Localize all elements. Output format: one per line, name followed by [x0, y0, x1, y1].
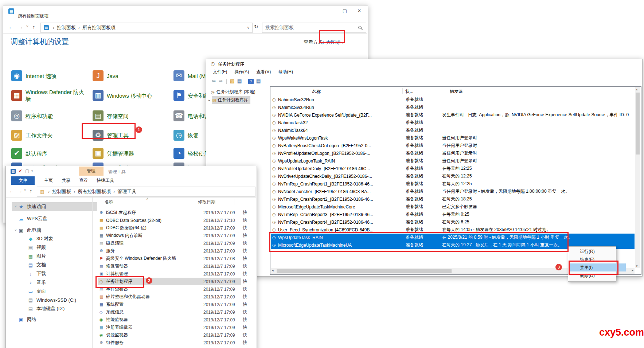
recent-dropdown-icon[interactable]: ˅	[24, 188, 26, 192]
vertical-scrollbar[interactable]: ▴ ▾	[635, 87, 640, 268]
file-row[interactable]: ◉资源监视器2019/12/7 17:09快	[98, 331, 262, 339]
file-row[interactable]: ▤事件查看器2019/12/7 17:09快	[98, 285, 262, 293]
scroll-right-icon[interactable]: ▸	[632, 269, 633, 272]
cp-item-storage-spaces-icon[interactable]: ▤存储空间	[93, 107, 175, 124]
task-row[interactable]: ◷NvDriverUpdateCheckDaily_{B2FE1952-0186…	[271, 172, 635, 180]
column-separator[interactable]	[196, 199, 196, 205]
task-row[interactable]: ◷NvProfileUpdaterDaily_{B2FE1952-0186-46…	[271, 165, 635, 172]
scrollbar-thumb[interactable]	[277, 269, 452, 273]
breadcrumb-item[interactable]: 所有控制面板项	[82, 25, 116, 30]
menu-item[interactable]: 查看(V)	[253, 68, 274, 76]
cp-item-programs-icon[interactable]: ◎程序和功能	[11, 107, 93, 124]
tab-快捷工具[interactable]: 快捷工具	[92, 176, 118, 185]
back-button[interactable]: ←	[9, 188, 15, 194]
task-row[interactable]: ◷NahimicTask32准备就绪	[271, 119, 635, 126]
sidebar-item-文档[interactable]: ▤文档	[12, 261, 97, 269]
qat-customize-dropdown-icon[interactable]: ▾	[31, 169, 33, 173]
context-menu-item-运行(R)[interactable]: 运行(R)	[569, 247, 626, 255]
task-row[interactable]: ◷NvNodeLauncher_{B2FE1952-0186-46C3-BA..…	[271, 188, 635, 195]
address-bar[interactable]: ▨ ›控制面板›所有控制面板项›管理工具	[37, 187, 255, 197]
sidebar-item-本地磁盘 (D:)[interactable]: ▤本地磁盘 (D:)	[12, 304, 97, 313]
sidebar-item-此电脑[interactable]: ˅▣此电脑	[12, 226, 97, 235]
file-row[interactable]: ◉性能监视器2019/12/7 17:09快	[98, 316, 262, 324]
cp-item-internet-options-icon[interactable]: ◉Internet 选项	[11, 67, 93, 84]
file-row[interactable]: ▦ODBC Data Sources (32-bit)2019/12/7 17:…	[98, 216, 262, 224]
file-row[interactable]: ▣计算机管理2019/12/7 17:09快	[98, 270, 262, 278]
cp-item-admin-tools-icon[interactable]: ⚙管理工具	[93, 127, 175, 144]
file-row[interactable]: ▤磁盘清理2019/12/7 17:09快	[98, 239, 262, 247]
breadcrumb-item[interactable]: 管理工具	[117, 189, 136, 194]
sidebar-item-图片[interactable]: ▦图片	[12, 252, 97, 261]
file-row[interactable]: ▦ODBC 数据源(64 位)2019/12/7 17:09快	[98, 224, 262, 232]
cp-item-firewall-icon[interactable]: ▦Windows Defender 防火墙	[11, 87, 93, 104]
sidebar-item-网络[interactable]: ▣网络	[12, 315, 97, 324]
sidebar-item-快速访问[interactable]: ˅★快速访问	[12, 202, 97, 211]
cp-item-mobility-center-icon[interactable]: ▥Windows 移动中心	[93, 87, 175, 104]
tab-主页[interactable]: 主页	[40, 176, 57, 185]
tree-expander-icon[interactable]: ˅	[13, 205, 18, 208]
scroll-up-icon[interactable]: ▴	[636, 87, 638, 91]
sidebar-item-视频[interactable]: ▤视频	[12, 243, 97, 252]
minimize-button[interactable]: —	[323, 5, 337, 16]
task-row[interactable]: ◷NvProfileUpdaterOnLogon_{B2FE1952-0186-…	[271, 149, 635, 157]
show-action-pane-icon[interactable]: ▦	[236, 78, 243, 84]
address-dropdown-icon[interactable]: ˅	[247, 26, 249, 30]
file-row[interactable]: ▦系统配置2019/12/7 17:09快	[98, 301, 262, 308]
export-list-icon[interactable]: ▦	[255, 78, 262, 84]
tab-查看[interactable]: 查看	[75, 176, 92, 185]
task-row[interactable]: ◷NahimicSvc64Run准备就绪	[271, 103, 635, 111]
menu-item[interactable]: 帮助(H)	[274, 68, 297, 76]
context-menu-item-禁用(I)[interactable]: 禁用(I)	[569, 263, 626, 271]
tree-item-scheduler-local[interactable]: ◷ 任务计划程序 (本地)	[211, 89, 255, 95]
sidebar-item-桌面[interactable]: ▭桌面	[12, 287, 97, 296]
scroll-down-icon[interactable]: ▾	[636, 264, 638, 268]
menu-item[interactable]: 操作(A)	[231, 68, 253, 76]
file-row[interactable]: ⚙服务2019/12/7 17:09快	[98, 247, 262, 255]
cp-item-java-icon[interactable]: JJava	[93, 67, 175, 84]
task-row[interactable]: ◷WpsWakeWnsLogonTask准备就绪当任何用户登录时	[271, 134, 635, 142]
task-row[interactable]: ◷NvTmRep_CrashReport2_{B2FE1952-0186-46.…	[271, 195, 635, 203]
search-icon[interactable]	[358, 26, 362, 30]
file-row[interactable]: ▦注册表编辑器2019/12/7 17:09快	[98, 324, 262, 331]
refresh-icon[interactable]: ↻	[254, 24, 258, 30]
tree-item-scheduler-library[interactable]: ▸ ▨ 任务计划程序库	[208, 96, 250, 104]
maximize-button[interactable]: ▢	[337, 5, 352, 16]
column-separator[interactable]	[234, 199, 234, 205]
sidebar-item-3D 对象[interactable]: ◆3D 对象	[12, 234, 97, 243]
sidebar-item-音乐[interactable]: ♪音乐	[12, 278, 97, 287]
task-row[interactable]: ◷NvTmRep_CrashReport4_{B2FE1952-0186-46.…	[271, 218, 635, 226]
up-button[interactable]: ↑	[30, 188, 32, 194]
sidebar-item-下载[interactable]: ↓下载	[12, 269, 97, 278]
column-header-name[interactable]: 名称	[105, 199, 113, 205]
file-row[interactable]: ⚙iSCSI 发起程序2019/12/7 17:09快	[98, 209, 262, 216]
cp-item-work-folders-icon[interactable]: ▨工作文件夹	[11, 127, 93, 144]
file-row[interactable]: ⚑高级安全 Windows Defender 防火墙2019/12/7 17:0…	[98, 255, 262, 262]
breadcrumb-item[interactable]: 所有控制面板项	[78, 189, 111, 194]
sidebar-item-Windows-SSD (C:)[interactable]: ▤Windows-SSD (C:)	[12, 296, 97, 304]
task-row[interactable]: ◷WpsUpdateLogonTask_RAIN准备就绪当任何用户登录时	[271, 157, 635, 165]
qat-new-folder-icon[interactable]: ▢	[25, 168, 29, 173]
column-separator[interactable]	[439, 88, 439, 94]
view-by-value[interactable]: 大图标 ▾	[326, 39, 343, 46]
search-input[interactable]: 搜索控制面板	[262, 23, 366, 33]
task-row[interactable]: ◷NahimicTask64准备就绪	[271, 126, 635, 134]
forward-button[interactable]: →	[18, 24, 23, 30]
recent-pages-dropdown-icon[interactable]: ˅	[26, 24, 28, 28]
breadcrumb-item[interactable]: 控制面板	[57, 25, 76, 30]
column-header-name[interactable]: 名称	[312, 89, 321, 95]
task-row[interactable]: ◷NahimicSvc32Run准备就绪	[271, 96, 635, 103]
scrollbar-thumb[interactable]	[636, 93, 640, 155]
task-row[interactable]: ◷NvTmRep_CrashReport3_{B2FE1952-0186-46.…	[271, 211, 635, 218]
close-button[interactable]: ×	[352, 5, 367, 16]
context-menu-item-删除(D)[interactable]: 删除(D)	[569, 271, 626, 279]
column-header-trigger[interactable]: 触发器	[450, 89, 463, 95]
qat-properties-icon[interactable]: ✔	[19, 168, 22, 173]
column-separator[interactable]	[402, 88, 403, 94]
task-row[interactable]: ◷NvBatteryBoostCheckOnLogon_{B2FE1952-0.…	[271, 142, 635, 149]
column-header-date[interactable]: 修改日期	[198, 199, 215, 205]
scroll-left-icon[interactable]: ◂	[272, 269, 274, 272]
breadcrumb-item[interactable]: 控制面板	[52, 189, 71, 194]
task-row[interactable]: ◷NvTmRep_CrashReport1_{B2FE1952-0186-46.…	[271, 180, 635, 188]
file-row-task-scheduler[interactable]: ◷任务计划程序2019/12/7 17:09快	[98, 278, 241, 285]
tree-expander-icon[interactable]: ˅	[13, 228, 18, 232]
